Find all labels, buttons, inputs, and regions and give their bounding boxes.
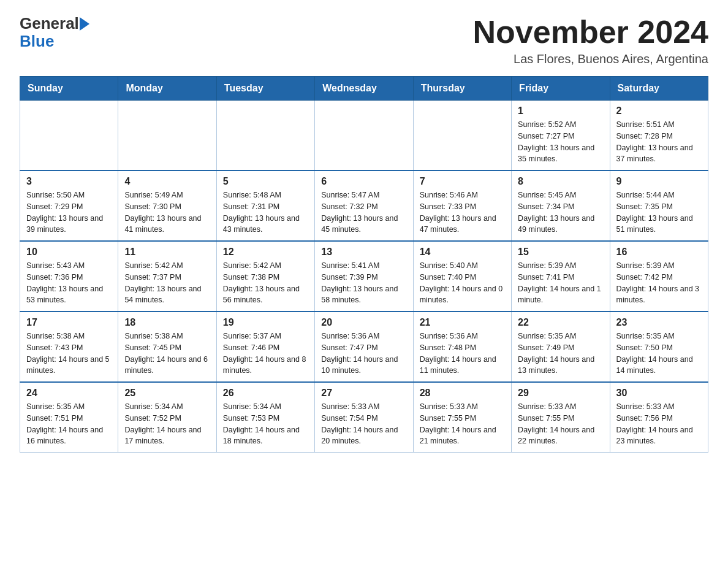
day-number: 20: [321, 317, 406, 328]
day-info: Sunrise: 5:46 AMSunset: 7:33 PMDaylight:…: [420, 190, 505, 236]
day-of-week-header: Monday: [118, 77, 216, 101]
day-info: Sunrise: 5:51 AMSunset: 7:28 PMDaylight:…: [616, 119, 702, 165]
calendar-cell: 11Sunrise: 5:42 AMSunset: 7:37 PMDayligh…: [118, 241, 216, 312]
calendar-row: 10Sunrise: 5:43 AMSunset: 7:36 PMDayligh…: [20, 241, 708, 312]
day-number: 24: [26, 388, 112, 399]
day-number: 10: [26, 247, 112, 258]
calendar-cell: 15Sunrise: 5:39 AMSunset: 7:41 PMDayligh…: [512, 241, 610, 312]
day-number: 15: [518, 247, 603, 258]
day-of-week-header: Wednesday: [315, 77, 413, 101]
day-number: 19: [223, 317, 308, 328]
day-info: Sunrise: 5:37 AMSunset: 7:46 PMDaylight:…: [223, 331, 308, 377]
day-number: 28: [420, 388, 505, 399]
logo-arrow-icon: [80, 17, 89, 31]
calendar-cell: 7Sunrise: 5:46 AMSunset: 7:33 PMDaylight…: [413, 170, 511, 241]
calendar-cell: 23Sunrise: 5:35 AMSunset: 7:50 PMDayligh…: [610, 312, 708, 382]
day-number: 25: [124, 388, 210, 399]
calendar-cell: [413, 101, 511, 171]
day-number: 27: [321, 388, 406, 399]
day-number: 12: [223, 247, 308, 258]
calendar-cell: 4Sunrise: 5:49 AMSunset: 7:30 PMDaylight…: [118, 170, 216, 241]
month-title: November 2024: [473, 15, 708, 50]
day-info: Sunrise: 5:36 AMSunset: 7:47 PMDaylight:…: [321, 331, 406, 377]
calendar-cell: 25Sunrise: 5:34 AMSunset: 7:52 PMDayligh…: [118, 382, 216, 453]
calendar-cell: 10Sunrise: 5:43 AMSunset: 7:36 PMDayligh…: [20, 241, 118, 312]
day-number: 29: [518, 388, 603, 399]
day-number: 5: [223, 176, 308, 187]
day-number: 17: [26, 317, 112, 328]
day-info: Sunrise: 5:40 AMSunset: 7:40 PMDaylight:…: [420, 260, 505, 306]
day-info: Sunrise: 5:38 AMSunset: 7:45 PMDaylight:…: [124, 331, 210, 377]
day-number: 26: [223, 388, 308, 399]
day-number: 21: [420, 317, 505, 328]
day-info: Sunrise: 5:35 AMSunset: 7:50 PMDaylight:…: [616, 331, 702, 377]
day-info: Sunrise: 5:38 AMSunset: 7:43 PMDaylight:…: [26, 331, 112, 377]
calendar-table: SundayMondayTuesdayWednesdayThursdayFrid…: [20, 76, 708, 453]
calendar-cell: [118, 101, 216, 171]
day-info: Sunrise: 5:35 AMSunset: 7:49 PMDaylight:…: [518, 331, 603, 377]
calendar-cell: 27Sunrise: 5:33 AMSunset: 7:54 PMDayligh…: [315, 382, 413, 453]
day-of-week-header: Friday: [512, 77, 610, 101]
calendar-cell: 8Sunrise: 5:45 AMSunset: 7:34 PMDaylight…: [512, 170, 610, 241]
day-info: Sunrise: 5:48 AMSunset: 7:31 PMDaylight:…: [223, 190, 308, 236]
calendar-cell: 14Sunrise: 5:40 AMSunset: 7:40 PMDayligh…: [413, 241, 511, 312]
day-of-week-header: Tuesday: [216, 77, 314, 101]
calendar-cell: 3Sunrise: 5:50 AMSunset: 7:29 PMDaylight…: [20, 170, 118, 241]
day-number: 30: [616, 388, 702, 399]
day-info: Sunrise: 5:33 AMSunset: 7:55 PMDaylight:…: [420, 401, 505, 447]
calendar-cell: 22Sunrise: 5:35 AMSunset: 7:49 PMDayligh…: [512, 312, 610, 382]
day-number: 18: [124, 317, 210, 328]
calendar-cell: 29Sunrise: 5:33 AMSunset: 7:55 PMDayligh…: [512, 382, 610, 453]
calendar-cell: 28Sunrise: 5:33 AMSunset: 7:55 PMDayligh…: [413, 382, 511, 453]
day-number: 9: [616, 176, 702, 187]
day-of-week-header: Thursday: [413, 77, 511, 101]
day-info: Sunrise: 5:45 AMSunset: 7:34 PMDaylight:…: [518, 190, 603, 236]
calendar-cell: 5Sunrise: 5:48 AMSunset: 7:31 PMDaylight…: [216, 170, 314, 241]
title-block: November 2024 Las Flores, Buenos Aires, …: [473, 15, 708, 66]
day-number: 22: [518, 317, 603, 328]
page-header: General Blue November 2024 Las Flores, B…: [20, 15, 708, 66]
day-number: 23: [616, 317, 702, 328]
day-of-week-header: Saturday: [610, 77, 708, 101]
calendar-header-row: SundayMondayTuesdayWednesdayThursdayFrid…: [20, 77, 708, 101]
calendar-cell: 26Sunrise: 5:34 AMSunset: 7:53 PMDayligh…: [216, 382, 314, 453]
day-number: 1: [518, 105, 603, 117]
calendar-cell: 13Sunrise: 5:41 AMSunset: 7:39 PMDayligh…: [315, 241, 413, 312]
calendar-row: 24Sunrise: 5:35 AMSunset: 7:51 PMDayligh…: [20, 382, 708, 453]
day-info: Sunrise: 5:47 AMSunset: 7:32 PMDaylight:…: [321, 190, 406, 236]
calendar-cell: [216, 101, 314, 171]
day-info: Sunrise: 5:35 AMSunset: 7:51 PMDaylight:…: [26, 401, 112, 447]
calendar-cell: 16Sunrise: 5:39 AMSunset: 7:42 PMDayligh…: [610, 241, 708, 312]
day-number: 6: [321, 176, 406, 187]
day-info: Sunrise: 5:34 AMSunset: 7:52 PMDaylight:…: [124, 401, 210, 447]
day-number: 16: [616, 247, 702, 258]
calendar-cell: 2Sunrise: 5:51 AMSunset: 7:28 PMDaylight…: [610, 101, 708, 171]
day-info: Sunrise: 5:33 AMSunset: 7:54 PMDaylight:…: [321, 401, 406, 447]
calendar-row: 3Sunrise: 5:50 AMSunset: 7:29 PMDaylight…: [20, 170, 708, 241]
day-number: 2: [616, 105, 702, 117]
day-info: Sunrise: 5:39 AMSunset: 7:41 PMDaylight:…: [518, 260, 603, 306]
day-info: Sunrise: 5:42 AMSunset: 7:37 PMDaylight:…: [124, 260, 210, 306]
calendar-row: 17Sunrise: 5:38 AMSunset: 7:43 PMDayligh…: [20, 312, 708, 382]
calendar-cell: 12Sunrise: 5:42 AMSunset: 7:38 PMDayligh…: [216, 241, 314, 312]
calendar-cell: 1Sunrise: 5:52 AMSunset: 7:27 PMDaylight…: [512, 101, 610, 171]
calendar-cell: 9Sunrise: 5:44 AMSunset: 7:35 PMDaylight…: [610, 170, 708, 241]
day-info: Sunrise: 5:34 AMSunset: 7:53 PMDaylight:…: [223, 401, 308, 447]
day-info: Sunrise: 5:44 AMSunset: 7:35 PMDaylight:…: [616, 190, 702, 236]
day-info: Sunrise: 5:42 AMSunset: 7:38 PMDaylight:…: [223, 260, 308, 306]
calendar-cell: 6Sunrise: 5:47 AMSunset: 7:32 PMDaylight…: [315, 170, 413, 241]
calendar-cell: 17Sunrise: 5:38 AMSunset: 7:43 PMDayligh…: [20, 312, 118, 382]
day-of-week-header: Sunday: [20, 77, 118, 101]
day-number: 8: [518, 176, 603, 187]
day-info: Sunrise: 5:39 AMSunset: 7:42 PMDaylight:…: [616, 260, 702, 306]
day-number: 13: [321, 247, 406, 258]
calendar-cell: 18Sunrise: 5:38 AMSunset: 7:45 PMDayligh…: [118, 312, 216, 382]
day-info: Sunrise: 5:41 AMSunset: 7:39 PMDaylight:…: [321, 260, 406, 306]
day-info: Sunrise: 5:50 AMSunset: 7:29 PMDaylight:…: [26, 190, 112, 236]
day-info: Sunrise: 5:49 AMSunset: 7:30 PMDaylight:…: [124, 190, 210, 236]
day-number: 7: [420, 176, 505, 187]
day-info: Sunrise: 5:33 AMSunset: 7:56 PMDaylight:…: [616, 401, 702, 447]
day-number: 4: [124, 176, 210, 187]
day-info: Sunrise: 5:33 AMSunset: 7:55 PMDaylight:…: [518, 401, 603, 447]
calendar-cell: 20Sunrise: 5:36 AMSunset: 7:47 PMDayligh…: [315, 312, 413, 382]
